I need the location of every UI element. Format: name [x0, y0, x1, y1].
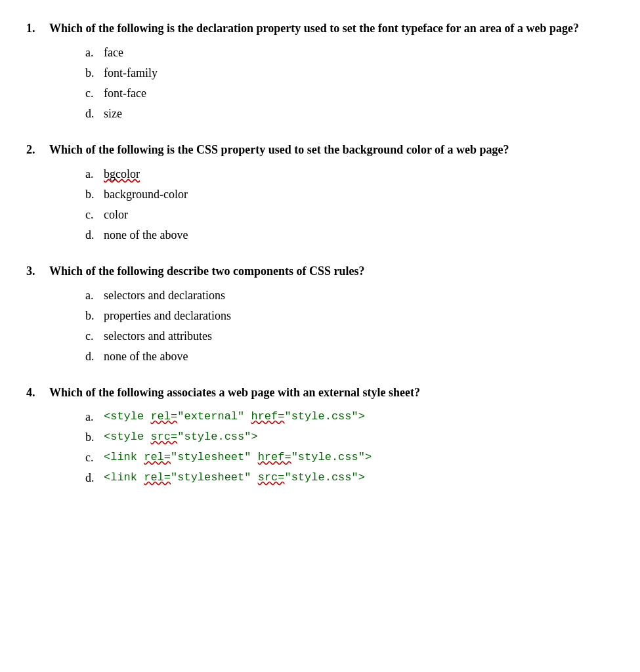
- option-label: c.: [85, 85, 104, 102]
- option-label: c.: [85, 327, 104, 345]
- option-label: b.: [85, 307, 104, 325]
- list-item: a. selectors and declarations: [85, 287, 614, 304]
- option-label: a.: [85, 408, 104, 426]
- option-label: d.: [85, 105, 104, 123]
- option-label: d.: [85, 226, 104, 244]
- option-text: bgcolor: [104, 165, 140, 183]
- question-2: 2. Which of the following is the CSS pro…: [26, 141, 614, 244]
- option-text: selectors and attributes: [104, 327, 212, 345]
- list-item: b. <style src="style.css">: [85, 429, 614, 446]
- option-label: b.: [85, 186, 104, 203]
- option-text: font-face: [104, 85, 146, 102]
- question-4: 4. Which of the following associates a w…: [26, 384, 614, 487]
- question-3: 3. Which of the following describe two c…: [26, 262, 614, 366]
- option-label: d.: [85, 348, 104, 366]
- list-item: b. font-family: [85, 64, 614, 82]
- question-1-number: 1.: [26, 20, 49, 37]
- option-label: b.: [85, 64, 104, 82]
- question-4-text: 4. Which of the following associates a w…: [26, 384, 614, 402]
- question-3-text: 3. Which of the following describe two c…: [26, 262, 614, 280]
- quiz-container: 1. Which of the following is the declara…: [26, 20, 614, 487]
- option-text: <link rel="stylesheet" src="style.css">: [104, 469, 365, 486]
- question-1: 1. Which of the following is the declara…: [26, 20, 614, 123]
- question-3-body: Which of the following describe two comp…: [49, 262, 614, 280]
- question-4-options: a. <style rel="external" href="style.css…: [85, 408, 614, 487]
- option-label: b.: [85, 429, 104, 446]
- option-text: <style rel="external" href="style.css">: [104, 408, 365, 425]
- question-2-body: Which of the following is the CSS proper…: [49, 141, 614, 159]
- list-item: c. color: [85, 206, 614, 224]
- option-text: none of the above: [104, 348, 188, 366]
- question-4-body: Which of the following associates a web …: [49, 384, 614, 402]
- question-1-options: a. face b. font-family c. font-face d. s…: [85, 44, 614, 123]
- list-item: c. <link rel="stylesheet" href="style.cs…: [85, 449, 614, 467]
- question-1-text: 1. Which of the following is the declara…: [26, 20, 614, 37]
- option-label: a.: [85, 165, 104, 183]
- option-text: background-color: [104, 186, 188, 203]
- option-label: d.: [85, 469, 104, 487]
- option-text: color: [104, 206, 128, 224]
- option-text: size: [104, 105, 122, 123]
- question-2-number: 2.: [26, 141, 49, 159]
- list-item: b. properties and declarations: [85, 307, 614, 325]
- list-item: b. background-color: [85, 186, 614, 203]
- question-3-number: 3.: [26, 262, 49, 280]
- list-item: d. none of the above: [85, 226, 614, 244]
- option-text: font-family: [104, 64, 158, 82]
- option-label: a.: [85, 44, 104, 62]
- list-item: a. bgcolor: [85, 165, 614, 183]
- question-2-text: 2. Which of the following is the CSS pro…: [26, 141, 614, 159]
- question-4-number: 4.: [26, 384, 49, 402]
- list-item: d. size: [85, 105, 614, 123]
- question-1-body: Which of the following is the declaratio…: [49, 20, 614, 37]
- list-item: d. none of the above: [85, 348, 614, 366]
- list-item: d. <link rel="stylesheet" src="style.css…: [85, 469, 614, 487]
- option-text: face: [104, 44, 123, 62]
- option-label: c.: [85, 449, 104, 467]
- list-item: a. face: [85, 44, 614, 62]
- question-3-options: a. selectors and declarations b. propert…: [85, 287, 614, 366]
- option-label: a.: [85, 287, 104, 304]
- list-item: a. <style rel="external" href="style.css…: [85, 408, 614, 426]
- list-item: c. selectors and attributes: [85, 327, 614, 345]
- option-label: c.: [85, 206, 104, 224]
- option-text: none of the above: [104, 226, 188, 244]
- option-text: properties and declarations: [104, 307, 231, 325]
- list-item: c. font-face: [85, 85, 614, 102]
- option-text: selectors and declarations: [104, 287, 225, 304]
- question-2-options: a. bgcolor b. background-color c. color …: [85, 165, 614, 244]
- option-text: <link rel="stylesheet" href="style.css">: [104, 449, 372, 466]
- option-text: <style src="style.css">: [104, 429, 258, 446]
